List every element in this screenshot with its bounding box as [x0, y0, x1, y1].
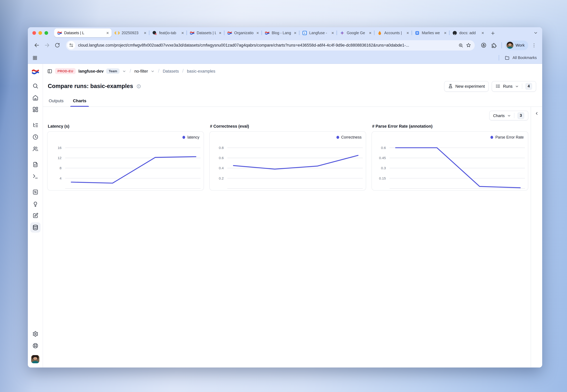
svg-text:0.45: 0.45: [379, 156, 386, 160]
sidebar-item-search[interactable]: [30, 81, 40, 91]
tab-close-icon[interactable]: ×: [481, 30, 485, 35]
chevron-down-icon: [515, 84, 519, 88]
favicon-langfuse-icon: [265, 30, 269, 35]
browser-tab-7[interactable]: 6Langfuse -×: [299, 28, 337, 37]
charts-count-badge: 3: [517, 112, 524, 119]
sidebar-item-datasets[interactable]: [30, 222, 40, 233]
kebab-dots-icon: [531, 42, 537, 48]
sidebar-item-annotation-queues[interactable]: [30, 210, 40, 221]
address-bar[interactable]: cloud.langfuse.com/project/cmfwgv8fx002o…: [66, 40, 475, 50]
browser-tab-8[interactable]: Google Ge×: [337, 28, 374, 37]
chart-card[interactable]: 0.150.30.450.6Parse Error Rate: [371, 131, 528, 191]
zoom-icon[interactable]: [458, 43, 463, 48]
environment-badge[interactable]: PROD-EU: [55, 68, 76, 74]
sidebar-item-settings[interactable]: [30, 329, 40, 339]
sidebar-toggle-icon[interactable]: [47, 69, 52, 74]
sidebar-item-home[interactable]: [30, 93, 40, 103]
chevron-down-icon: [151, 69, 155, 73]
tab-close-icon[interactable]: ×: [181, 30, 184, 35]
new-tab-button[interactable]: [489, 29, 497, 37]
apps-grid-icon[interactable]: [32, 55, 38, 60]
chart-title: Latency (s): [48, 124, 204, 128]
browser-tab-11[interactable]: docs: add×: [449, 28, 487, 37]
chart-parse-error-rate: # Parse Error Rate (annotation)0.150.30.…: [371, 124, 528, 191]
chart-card[interactable]: 0.20.40.60.8Correctness: [209, 131, 366, 191]
tab-charts[interactable]: Charts: [72, 98, 87, 106]
users-icon: [32, 146, 38, 152]
reload-button[interactable]: [53, 41, 62, 50]
bookmark-star-icon[interactable]: [466, 43, 471, 48]
sidebar-item-insights[interactable]: [30, 199, 40, 209]
close-window-button[interactable]: [32, 31, 36, 35]
tab-close-icon[interactable]: ×: [331, 30, 335, 35]
org-chevron-down-icon[interactable]: [122, 69, 126, 73]
info-icon[interactable]: [136, 84, 141, 88]
project-name[interactable]: no-filter: [134, 69, 148, 73]
info-circle-icon: [136, 84, 141, 88]
extensions-puzzle-icon[interactable]: [489, 41, 498, 50]
tab-close-icon[interactable]: ×: [143, 30, 147, 35]
chart-card[interactable]: 481216latency: [47, 131, 204, 191]
browser-tab-4[interactable]: Datasets | L×: [187, 28, 224, 37]
tab-close-icon[interactable]: ×: [443, 30, 447, 35]
tab-search-button[interactable]: [532, 29, 540, 37]
sidebar-item-tracing[interactable]: [30, 120, 40, 130]
runs-count-badge: 4: [525, 83, 532, 90]
tab-title: Marlies we: [422, 31, 441, 35]
tab-title: 20250923: [122, 31, 141, 35]
legend-dot-icon: [183, 136, 185, 139]
org-name[interactable]: langfuse-dev: [78, 69, 104, 73]
tab-close-icon[interactable]: ×: [293, 30, 297, 35]
browser-tab-10[interactable]: Marlies we×: [412, 28, 449, 37]
sidebar-item-evaluation[interactable]: [30, 187, 40, 197]
database-icon: [32, 224, 38, 230]
back-button[interactable]: [32, 41, 41, 50]
browser-profile-chip[interactable]: Work: [505, 40, 528, 50]
profile-label: Work: [516, 43, 525, 47]
tab-close-icon[interactable]: ×: [106, 30, 110, 35]
tab-outputs[interactable]: Outputs: [48, 98, 64, 106]
svg-text:12: 12: [58, 156, 62, 160]
sidebar-item-prompts[interactable]: [30, 159, 40, 170]
sidebar-item-users[interactable]: [30, 144, 40, 154]
url-text[interactable]: cloud.langfuse.com/project/cmfwgv8fx002o…: [78, 43, 456, 47]
password-manager-icon[interactable]: [479, 41, 488, 50]
breadcrumb-datasets-link[interactable]: Datasets: [163, 69, 179, 73]
favicon-calendar-icon: 6: [302, 30, 307, 35]
browser-tab-1[interactable]: Datasets | L×: [54, 28, 112, 37]
page-header: Compare runs: basic-examples New experim…: [43, 78, 542, 94]
collapse-chevron-left-icon[interactable]: [534, 111, 539, 116]
browser-tab-2[interactable]: 20250923×: [112, 28, 149, 37]
browser-tab-3[interactable]: feat(io-tab×: [149, 28, 187, 37]
sidebar-item-sessions[interactable]: [30, 132, 40, 142]
browser-tab-9[interactable]: Accounts |×: [374, 28, 412, 37]
browser-menu-kebab-icon[interactable]: [529, 41, 539, 50]
charts-dropdown-button[interactable]: Charts 3: [489, 111, 528, 120]
apps-grid-icon: [32, 55, 38, 60]
runs-dropdown-button[interactable]: Runs 4: [492, 81, 536, 92]
site-settings-icon[interactable]: [67, 41, 75, 49]
all-bookmarks-label[interactable]: All Bookmarks: [512, 56, 537, 60]
breadcrumb-dataset-name[interactable]: basic-examples: [187, 69, 215, 73]
tab-close-icon[interactable]: ×: [406, 30, 410, 35]
sidebar-item-playground[interactable]: [30, 171, 40, 182]
user-avatar[interactable]: [31, 355, 39, 363]
new-experiment-button[interactable]: New experiment: [444, 81, 489, 92]
browser-tab-5[interactable]: Organizatio×: [224, 28, 262, 37]
runs-chevron-down-icon: [515, 84, 519, 88]
sidebar-item-dashboards[interactable]: [30, 104, 40, 115]
minimize-window-button[interactable]: [38, 31, 42, 35]
tab-close-icon[interactable]: ×: [218, 30, 222, 35]
flask-icon: [448, 84, 453, 89]
project-chevron-down-icon[interactable]: [151, 69, 155, 73]
legend-label: latency: [187, 135, 199, 140]
browser-tab-6[interactable]: Blog - Lang×: [262, 28, 299, 37]
forward-button[interactable]: [42, 41, 51, 50]
maximize-window-button[interactable]: [44, 31, 48, 35]
svg-text:0.6: 0.6: [381, 146, 386, 150]
sidebar-item-support[interactable]: [30, 341, 40, 351]
tab-close-icon[interactable]: ×: [256, 30, 260, 35]
tab-close-icon[interactable]: ×: [368, 30, 372, 35]
langfuse-logo[interactable]: [31, 68, 39, 74]
bookmarks-bar: All Bookmarks: [28, 52, 542, 64]
